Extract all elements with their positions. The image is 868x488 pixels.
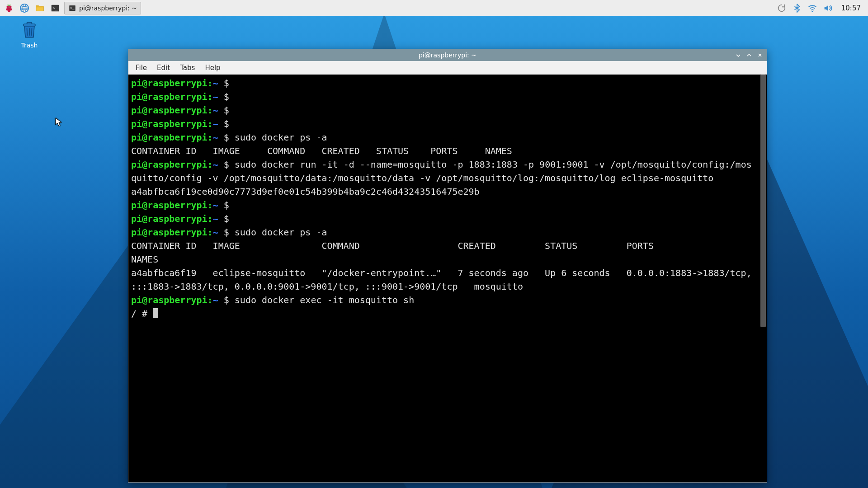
svg-point-0 [7, 5, 9, 8]
terminal-output[interactable]: pi@raspberrypi:~ $ pi@raspberrypi:~ $ pi… [128, 75, 760, 482]
window-maximize-button[interactable] [744, 51, 754, 60]
menu-file[interactable]: File [131, 62, 151, 73]
terminal-window: pi@raspberrypi: ~ File Edit Tabs Help pi… [128, 49, 767, 483]
mouse-cursor-icon [55, 117, 62, 127]
file-manager-icon[interactable] [33, 2, 46, 14]
taskbar-active-window[interactable]: >_ pi@raspberrypi: ~ [64, 2, 141, 14]
window-title: pi@raspberrypi: ~ [419, 52, 476, 59]
svg-line-19 [32, 28, 32, 35]
window-titlebar[interactable]: pi@raspberrypi: ~ [128, 49, 767, 61]
terminal-scrollbar-thumb[interactable] [760, 75, 766, 327]
trash-icon [19, 20, 39, 40]
web-browser-icon[interactable] [18, 2, 31, 14]
svg-point-5 [8, 9, 10, 12]
menu-help[interactable]: Help [200, 62, 225, 73]
taskbar-active-window-label: pi@raspberrypi: ~ [79, 5, 137, 12]
window-close-button[interactable] [755, 51, 765, 60]
svg-point-1 [9, 5, 12, 8]
volume-icon[interactable] [821, 2, 834, 14]
desktop-trash[interactable]: Trash [9, 20, 50, 49]
wifi-icon[interactable] [806, 2, 819, 14]
menu-edit[interactable]: Edit [152, 62, 175, 73]
svg-point-14 [811, 10, 813, 12]
terminal-scrollbar[interactable] [760, 75, 767, 482]
terminal-menubar: File Edit Tabs Help [128, 61, 767, 75]
terminal-launcher-icon[interactable]: >_ [49, 2, 61, 14]
menu-tabs[interactable]: Tabs [175, 62, 199, 73]
desktop-trash-label: Trash [9, 42, 50, 49]
window-minimize-button[interactable] [733, 51, 743, 60]
updates-icon[interactable] [775, 2, 788, 14]
svg-line-17 [27, 28, 28, 35]
svg-text:>_: >_ [53, 5, 58, 10]
bluetooth-icon[interactable] [791, 2, 803, 14]
svg-text:>_: >_ [71, 6, 75, 10]
taskbar: >_ >_ pi@raspberrypi: ~ 10:57 [0, 0, 868, 16]
taskbar-clock[interactable]: 10:57 [837, 4, 865, 12]
raspberry-menu-icon[interactable] [3, 2, 15, 14]
svg-rect-16 [27, 23, 32, 24]
